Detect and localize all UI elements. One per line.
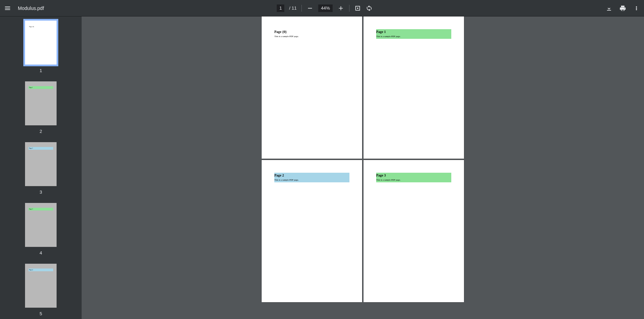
- thumbnail[interactable]: Page 12: [0, 81, 82, 134]
- thumbnail[interactable]: Page 45: [0, 264, 82, 316]
- thumbnail[interactable]: Page 34: [0, 203, 82, 255]
- page[interactable]: Page {0}This is a sample PDF page.: [262, 16, 362, 159]
- page-body: This is a sample PDF page.: [274, 35, 349, 37]
- page-body: This is a sample PDF page.: [376, 35, 451, 37]
- thumbnail-page: Page 3: [25, 203, 57, 247]
- page-content: Page 3This is a sample PDF page.: [376, 173, 451, 181]
- thumbnail-label: 2: [39, 129, 42, 134]
- thumbnail[interactable]: Page 23: [0, 142, 82, 195]
- thumbnail-label: 3: [39, 190, 42, 195]
- thumbnail-label: 5: [39, 311, 42, 316]
- page[interactable]: Page 2This is a sample PDF page.: [262, 160, 362, 302]
- thumbnail-page: Page 4: [25, 264, 57, 308]
- zoom-level-input[interactable]: [318, 4, 333, 12]
- separator: [349, 5, 349, 12]
- thumbnail-text: Page {0}: [29, 26, 34, 28]
- thumbnail-text: Page 4: [29, 269, 33, 271]
- workspace: Page {0}1Page 12Page 23Page 34Page 45 Pa…: [0, 16, 644, 319]
- more-icon[interactable]: [633, 5, 640, 12]
- separator: [301, 5, 302, 12]
- menu-icon[interactable]: [4, 5, 11, 12]
- page-body: This is a sample PDF page.: [376, 179, 451, 181]
- thumbnail[interactable]: Page {0}1: [0, 21, 82, 73]
- thumbnail-page: Page {0}: [25, 21, 57, 65]
- page-number-input[interactable]: [277, 4, 284, 12]
- rotate-icon[interactable]: [366, 5, 373, 12]
- page-total-label: / 11: [289, 5, 297, 11]
- document-title: Modulus.pdf: [18, 5, 44, 11]
- thumbnail-text: Page 2: [29, 148, 33, 149]
- thumbnail-label: 4: [39, 250, 42, 255]
- thumbnail-sidebar[interactable]: Page {0}1Page 12Page 23Page 34Page 45: [0, 16, 82, 319]
- page[interactable]: Page 1This is a sample PDF page.: [363, 16, 464, 159]
- page-title: Page {0}: [274, 29, 349, 34]
- thumbnail-label: 1: [39, 68, 42, 73]
- print-icon[interactable]: [619, 5, 626, 12]
- page-viewport[interactable]: Page {0}This is a sample PDF page.Page 1…: [82, 16, 644, 319]
- page-grid: Page {0}This is a sample PDF page.Page 1…: [262, 16, 464, 298]
- thumbnail-page: Page 2: [25, 142, 57, 186]
- thumbnail-text: Page 3: [29, 208, 33, 210]
- thumbnail-text: Page 1: [29, 87, 33, 89]
- page-content: Page 2This is a sample PDF page.: [274, 173, 349, 181]
- page-body: This is a sample PDF page.: [274, 179, 349, 181]
- thumbnail-page: Page 1: [25, 81, 57, 125]
- toolbar: Modulus.pdf / 11: [0, 0, 644, 16]
- page-title: Page 2: [274, 173, 349, 177]
- page-title: Page 1: [376, 29, 451, 34]
- fit-to-page-icon[interactable]: [354, 5, 361, 12]
- page-content: Page 1This is a sample PDF page.: [376, 29, 451, 37]
- zoom-in-icon[interactable]: [337, 5, 344, 12]
- page-title: Page 3: [376, 173, 451, 177]
- zoom-out-icon[interactable]: [307, 5, 313, 12]
- page[interactable]: Page 3This is a sample PDF page.: [363, 160, 464, 302]
- page-content: Page {0}This is a sample PDF page.: [274, 29, 349, 37]
- download-icon[interactable]: [606, 5, 612, 12]
